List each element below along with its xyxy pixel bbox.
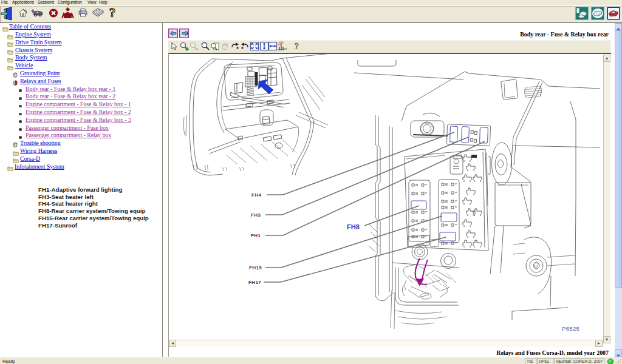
svg-text:FH1: FH1 (251, 233, 261, 238)
svg-text:P6525: P6525 (562, 325, 579, 332)
svg-text:m: m (284, 47, 287, 50)
svg-text:FH17: FH17 (248, 280, 261, 285)
svg-text:FH3: FH3 (251, 212, 261, 218)
svg-text:FH4: FH4 (251, 192, 261, 198)
svg-text:?: ? (109, 6, 116, 20)
svg-text:FH8: FH8 (347, 223, 360, 231)
svg-text:FH15: FH15 (249, 265, 262, 271)
svg-text:?: ? (295, 42, 299, 51)
